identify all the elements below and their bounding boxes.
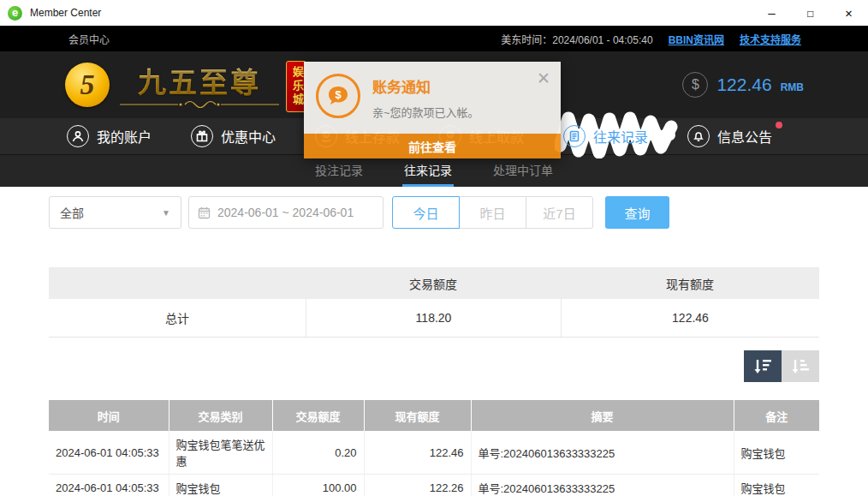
col-header-category: 交易类别	[169, 400, 272, 431]
cell-amount: 0.20	[272, 431, 364, 475]
table-row: 2024-06-01 04:05:33 购宝钱包笔笔送优惠 0.20 122.4…	[49, 431, 819, 475]
cell-summary: 单号:202406013633333225	[471, 431, 734, 475]
summary-current-balance: 122.46	[561, 299, 819, 337]
summary-table: 交易额度 现有额度 总计 118.20 122.46	[49, 267, 819, 338]
notification-dot	[776, 122, 782, 128]
sort-descending-icon	[753, 358, 772, 375]
svg-text:$: $	[335, 88, 342, 101]
summary-header-blank	[49, 267, 306, 299]
yesterday-button[interactable]: 昨日	[459, 196, 526, 229]
cell-balance: 122.26	[364, 475, 471, 496]
cell-summary: 单号:202406013633333225	[471, 475, 734, 496]
calendar-icon	[198, 206, 211, 219]
close-icon[interactable]: ✕	[829, 0, 868, 26]
sort-descending-button[interactable]	[744, 350, 782, 382]
bbin-news-link[interactable]: BBIN资讯网	[669, 32, 724, 46]
records-icon	[563, 125, 586, 147]
transactions-table: 时间 交易类别 交易额度 现有额度 摘要 备注 2024-06-01 04:05…	[49, 400, 819, 496]
popup-message: 亲~您的款项已入帐。	[372, 104, 479, 120]
cell-amount: 100.00	[272, 475, 364, 496]
chevron-down-icon: ▼	[162, 208, 170, 218]
browser-icon: e	[8, 6, 22, 21]
sort-ascending-icon	[791, 358, 810, 375]
col-header-balance: 现有额度	[364, 400, 471, 431]
sort-bar	[49, 350, 819, 382]
popup-title: 账务通知	[372, 75, 479, 97]
notification-popup: $ 账务通知 亲~您的款项已入帐。 ✕ 前往查看	[304, 62, 561, 158]
tech-support-link[interactable]: 技术支持服务	[740, 32, 801, 46]
cell-time: 2024-06-01 04:05:33	[49, 431, 169, 475]
cell-category: 购宝钱包	[169, 475, 272, 496]
type-select-value: 全部	[60, 204, 84, 221]
filter-bar: 全部 ▼ 2024-06-01 ~ 2024-06-01 今日 昨日 近7日 查…	[49, 195, 819, 230]
nav-item-announcements[interactable]: 信息公告	[687, 125, 772, 147]
subnav: 投注记录 往来记录 处理中订单	[0, 154, 868, 187]
col-header-summary: 摘要	[471, 400, 734, 431]
summary-total-row: 总计 118.20 122.46	[49, 299, 819, 337]
server-time: 美东时间：2024/06/01 - 04:05:40	[501, 32, 652, 46]
col-header-amount: 交易额度	[272, 400, 364, 431]
tab-bet-records[interactable]: 投注记录	[313, 155, 365, 187]
col-header-time: 时间	[49, 400, 169, 431]
search-button[interactable]: 查询	[605, 196, 669, 229]
cell-category: 购宝钱包笔笔送优惠	[169, 431, 272, 475]
balance-amount: 122.46	[716, 75, 771, 95]
site-logo[interactable]: 5 九五至尊 娱乐城	[65, 57, 306, 112]
user-icon	[67, 125, 89, 147]
popup-action-button[interactable]: 前往查看	[304, 134, 561, 158]
type-select[interactable]: 全部 ▼	[49, 196, 181, 229]
window-titlebar: e Member Center — ☐ ✕	[0, 0, 868, 26]
summary-header-trade: 交易额度	[306, 267, 561, 299]
nav-label: 优惠中心	[221, 126, 276, 146]
summary-header-balance: 现有额度	[561, 267, 819, 299]
cell-time: 2024-06-01 04:05:33	[49, 475, 169, 496]
logo-flourish	[118, 99, 281, 110]
money-bubble-icon: $	[316, 74, 360, 118]
summary-trade-amount: 118.20	[306, 299, 561, 337]
balance-currency: RMB	[781, 81, 804, 93]
gift-icon	[191, 125, 213, 147]
nav-item-promotions[interactable]: 优惠中心	[191, 125, 276, 147]
nav-label: 信息公告	[717, 126, 772, 146]
sort-ascending-button[interactable]	[782, 350, 819, 382]
bell-icon	[687, 125, 710, 147]
popup-close-icon[interactable]: ✕	[537, 70, 550, 87]
nav-item-transactions[interactable]: 往来记录	[563, 125, 648, 147]
table-row: 2024-06-01 04:05:33 购宝钱包 100.00 122.26 单…	[49, 475, 819, 496]
date-range-input[interactable]: 2024-06-01 ~ 2024-06-01	[188, 196, 383, 229]
cell-balance: 122.46	[364, 431, 471, 475]
wallet-balance[interactable]: $ 122.46 RMB	[682, 51, 804, 118]
tab-transaction-records[interactable]: 往来记录	[402, 155, 454, 187]
logo-monogram: 5	[65, 63, 110, 107]
today-button[interactable]: 今日	[392, 196, 460, 229]
window-title: Member Center	[30, 7, 101, 19]
summary-header-row: 交易额度 现有额度	[49, 267, 819, 299]
logo-title: 九五至尊	[138, 60, 261, 101]
col-header-note: 备注	[734, 400, 819, 431]
member-center-window: e Member Center — ☐ ✕ 会员中心 美东时间：2024/06/…	[0, 0, 868, 496]
minimize-icon[interactable]: —	[752, 0, 791, 26]
date-range-value: 2024-06-01 ~ 2024-06-01	[217, 206, 354, 219]
table-header-row: 时间 交易类别 交易额度 现有额度 摘要 备注	[49, 400, 819, 431]
maximize-icon[interactable]: ☐	[791, 0, 829, 26]
quick-range-group: 今日 昨日 近7日	[392, 196, 593, 229]
nav-label: 我的账户	[97, 126, 152, 146]
last7days-button[interactable]: 近7日	[526, 196, 593, 229]
cell-note: 购宝钱包	[734, 475, 819, 496]
cell-note: 购宝钱包	[734, 431, 819, 475]
dollar-circle-icon: $	[682, 72, 708, 98]
nav-item-my-account[interactable]: 我的账户	[67, 125, 152, 147]
summary-total-label: 总计	[49, 299, 306, 337]
topbar: 会员中心 美东时间：2024/06/01 - 04:05:40 BBIN资讯网 …	[0, 26, 868, 51]
tab-pending-orders[interactable]: 处理中订单	[491, 155, 555, 187]
member-center-label: 会员中心	[68, 32, 110, 46]
nav-label: 往来记录	[593, 126, 648, 146]
